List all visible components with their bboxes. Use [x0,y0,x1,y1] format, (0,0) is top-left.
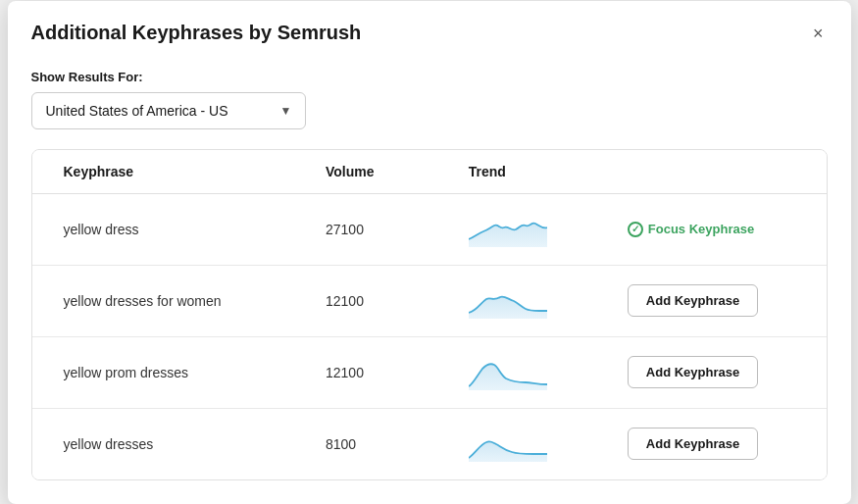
trend-chart [469,283,547,319]
volume-cell: 8100 [310,408,453,479]
volume-cell: 12100 [310,336,453,408]
trend-cell [453,408,612,479]
table-row: yellow dresses 8100 [32,408,827,479]
trend-chart [469,212,547,247]
modal-title: Additional Keyphrases by Semrush [31,22,362,44]
focus-check-icon: ✓ [628,222,643,237]
col-header-keyphrase: Keyphrase [32,150,311,194]
modal: Additional Keyphrases by Semrush × Show … [8,1,851,504]
modal-body: Show Results For: United States of Ameri… [8,62,851,504]
filter-label: Show Results For: [31,70,828,84]
keyphrase-cell: yellow dress [32,193,311,265]
keyphrase-cell: yellow prom dresses [32,336,311,408]
trend-cell [453,265,612,336]
trend-chart [469,427,547,462]
table-row: yellow dress 27100 [32,193,827,265]
keyphrase-cell: yellow dresses [32,408,311,479]
add-keyphrase-button[interactable]: Add Keyphrase [628,284,758,317]
table-row: yellow dresses for women 12100 [32,265,827,336]
col-header-trend: Trend [453,150,612,194]
col-header-volume: Volume [310,150,453,194]
keyphrases-table: Keyphrase Volume Trend yellow dress 2710… [32,150,827,479]
country-select[interactable]: United States of America - US United Kin… [31,92,306,129]
trend-chart [469,355,547,390]
table-row: yellow prom dresses 12100 [32,336,827,408]
action-cell: Add Keyphrase [612,408,827,479]
trend-cell [453,336,612,408]
volume-cell: 27100 [310,193,453,265]
add-keyphrase-button[interactable]: Add Keyphrase [628,428,758,460]
action-cell: ✓ Focus Keyphrase [612,193,827,265]
close-button[interactable]: × [809,21,828,46]
modal-header: Additional Keyphrases by Semrush × [8,1,851,62]
table-header-row: Keyphrase Volume Trend [32,150,827,194]
col-header-action [612,150,827,194]
add-keyphrase-button[interactable]: Add Keyphrase [628,356,758,388]
keyphrase-cell: yellow dresses for women [32,265,311,336]
trend-cell [453,193,612,265]
country-select-wrapper: United States of America - US United Kin… [31,92,306,129]
keyphrases-table-container: Keyphrase Volume Trend yellow dress 2710… [31,149,828,480]
action-cell: Add Keyphrase [612,336,827,408]
action-cell: Add Keyphrase [612,265,827,336]
volume-cell: 12100 [310,265,453,336]
focus-keyphrase-label: ✓ Focus Keyphrase [628,222,811,237]
